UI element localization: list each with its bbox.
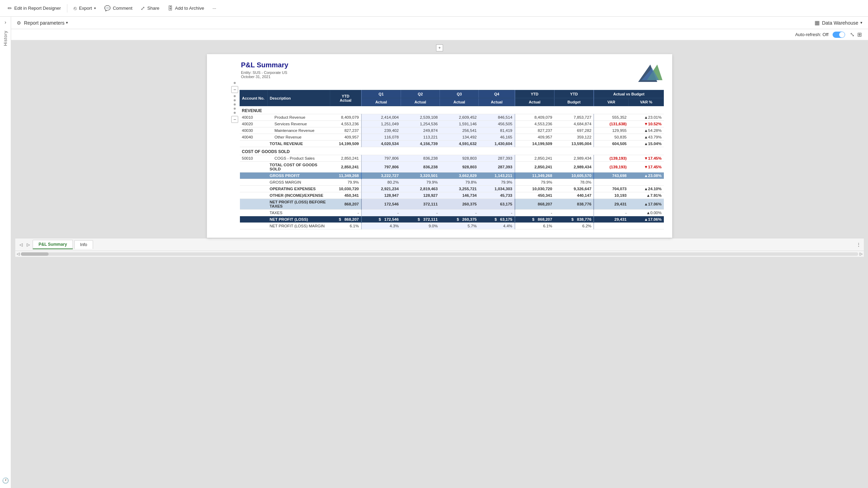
expand-view-button[interactable]: ⤡ <box>849 31 855 39</box>
cell-ytd-actual2: 10,030,720 <box>515 186 554 192</box>
cell-ytd-actual: 4,553,236 <box>330 121 361 127</box>
cell-q3: 928,803 <box>440 155 479 162</box>
cell-q1: 4.3% <box>361 223 401 229</box>
share-button[interactable]: ⤢ Share <box>137 3 163 14</box>
cell-label: NET PROFIT (LOSS) <box>268 216 330 223</box>
cell-q4: - <box>479 210 515 216</box>
bottom-bar: ◁ ▷ P&L Summary Info ⋮ ◁ ▷ <box>15 238 864 257</box>
cell-q1: 2,414,004 <box>361 114 401 121</box>
cell-q1: $ 172,546 <box>361 216 401 223</box>
cell-q2: 249,874 <box>401 127 440 134</box>
prev-tab-button[interactable]: ◁ <box>18 242 24 248</box>
cell-q4: 1,034,303 <box>479 186 515 192</box>
cell-description: Other Revenue <box>268 134 330 141</box>
scroll-left-button[interactable]: ◁ <box>17 252 19 256</box>
cell-q2: 9.0% <box>401 223 440 229</box>
table-row: TAXES - - - - - - - ▲0.00% <box>240 210 664 216</box>
cell-ytd-actual2: 4,553,236 <box>515 121 554 127</box>
tab-info[interactable]: Info <box>74 240 93 249</box>
dot5 <box>234 112 236 114</box>
cell-ytd-actual2: 2,850,241 <box>515 162 554 173</box>
company-logo <box>631 61 662 86</box>
cell-var: (139,193) <box>594 162 628 173</box>
cell-ytd-actual2: 2,850,241 <box>515 155 554 162</box>
comment-button[interactable]: 💬 Comment <box>101 3 136 14</box>
cell-ytd-actual: 10,030,720 <box>330 186 361 192</box>
clock-icon[interactable]: 🕐 <box>2 477 9 484</box>
cell-label: NET PROFIT (LOSS) BEFORE TAXES <box>268 199 330 210</box>
more-label: ··· <box>212 6 216 11</box>
data-warehouse-selector[interactable]: ▦ Data Warehouse ▾ <box>815 19 862 26</box>
table-view-button[interactable]: ⊞ <box>857 31 862 39</box>
cell-var-pct: ▲15.04% <box>629 141 664 147</box>
cell-q4: $ 63,175 <box>479 216 515 223</box>
edit-report-button[interactable]: ✏ Edit in Report Designer <box>4 3 64 14</box>
cell-q3: $ 260,375 <box>440 216 479 223</box>
next-tab-button[interactable]: ▷ <box>25 242 31 248</box>
export-label: Export <box>79 6 92 11</box>
th-ytd-budget: YTD <box>554 90 594 98</box>
scroll-right-button[interactable]: ▷ <box>860 252 862 256</box>
cell-q1: 1,251,049 <box>361 121 401 127</box>
share-label: Share <box>147 6 159 11</box>
cell-ytd-actual: 8,409,079 <box>330 114 361 121</box>
logo-svg <box>631 61 662 85</box>
history-label: History <box>3 31 8 46</box>
table-row: 40040 Other Revenue 409,957 116,078 113,… <box>240 134 664 141</box>
archive-label: Add to Archive <box>175 6 204 11</box>
separator1 <box>67 4 67 12</box>
cell-account <box>240 210 268 216</box>
auto-refresh-label: Auto-refresh: Off <box>795 32 828 37</box>
cell-q1: 128,947 <box>361 192 401 199</box>
bottom-scrollbar: ◁ ▷ <box>15 251 864 257</box>
table-row: NET PROFIT (LOSS) $ 868,207 $ 172,546 $ … <box>240 216 664 223</box>
cell-ytd-actual2: $ 868,207 <box>515 216 554 223</box>
cell-account <box>240 186 268 192</box>
cell-description: Product Revenue <box>268 114 330 121</box>
chevron-right-icon[interactable]: › <box>5 19 6 25</box>
cell-ytd-budget: 13,595,004 <box>554 141 594 147</box>
scroll-thumb <box>21 252 49 256</box>
cell-q2: 3,320,501 <box>401 173 440 179</box>
report-params-button[interactable]: ⚙ Report parameters ▾ <box>17 20 68 26</box>
zoom-in-button[interactable]: − <box>231 116 238 123</box>
table-row: GROSS PROFIT 11,349,268 3,222,727 3,320,… <box>240 173 664 179</box>
th-q4: Q4 <box>479 90 515 98</box>
cell-q3: 3,255,721 <box>440 186 479 192</box>
tab-pl-summary[interactable]: P&L Summary <box>33 240 73 249</box>
cell-q3: 134,492 <box>440 134 479 141</box>
more-button[interactable]: ··· <box>209 3 220 13</box>
cell-label: TAXES <box>268 210 330 216</box>
cell-var: 50,835 <box>594 134 628 141</box>
table-row: NET PROFIT (LOSS) MARGIN 6.1% 4.3% 9.0% … <box>240 223 664 229</box>
cell-account <box>240 173 268 179</box>
zoom-controls: − − <box>231 82 238 123</box>
main-area: ⚙ Report parameters ▾ ▦ Data Warehouse ▾… <box>11 17 868 488</box>
data-warehouse-label: Data Warehouse <box>822 20 858 26</box>
cell-var-pct <box>629 223 664 229</box>
section-header: COST OF GOODS SOLD <box>240 147 664 155</box>
auto-refresh-toggle[interactable] <box>833 32 845 38</box>
th-avb-group: Actual vs Budget <box>594 90 663 98</box>
cell-var: - <box>594 210 628 216</box>
cell-ytd-actual2: 6.1% <box>515 223 554 229</box>
cell-q2: 113,221 <box>401 134 440 141</box>
report-entity: Entity: SUS - Corporate US <box>241 70 288 75</box>
comment-icon: 💬 <box>104 5 111 11</box>
cell-q4: 46,165 <box>479 134 515 141</box>
th-ytd-actual: YTDActual <box>330 90 361 106</box>
fold-button[interactable]: + <box>436 44 443 51</box>
cell-q1: 4,020,534 <box>361 141 401 147</box>
export-button[interactable]: ⎋ Export ▾ <box>70 3 99 13</box>
pl-table: Account No. Description YTDActual Q1 Q2 … <box>240 90 664 229</box>
scroll-track[interactable] <box>21 252 858 256</box>
cell-ytd-actual: $ 868,207 <box>330 216 361 223</box>
share-icon: ⤢ <box>141 5 145 11</box>
cell-label: OTHER (INCOME)/EXPENSE <box>268 192 330 199</box>
edit-report-label: Edit in Report Designer <box>14 6 61 11</box>
archive-button[interactable]: 🗄 Add to Archive <box>164 3 208 13</box>
zoom-out-button[interactable]: − <box>231 86 238 93</box>
tab-menu-button[interactable]: ⋮ <box>856 242 861 247</box>
cell-ytd-actual2: 79.9% <box>515 179 554 186</box>
left-margin: − − <box>215 61 240 229</box>
